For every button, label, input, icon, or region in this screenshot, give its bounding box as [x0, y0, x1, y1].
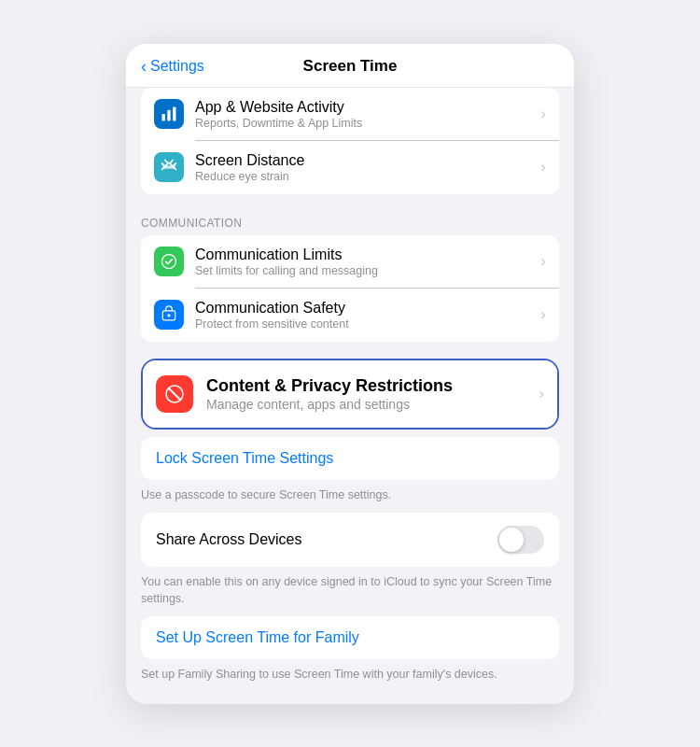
communication-limits-icon: [154, 247, 184, 276]
back-label: Settings: [150, 58, 204, 75]
communication-limits-title: Communication Limits: [195, 247, 535, 263]
screen-distance-title: Screen Distance: [195, 152, 535, 169]
back-button[interactable]: ‹ Settings: [141, 58, 204, 75]
toggle-knob: [499, 528, 524, 552]
app-activity-item[interactable]: App & Website Activity Reports, Downtime…: [141, 88, 559, 141]
content-privacy-chevron: ›: [539, 385, 544, 403]
content-privacy-subtitle: Manage content, apps and settings: [206, 397, 533, 412]
chevron-left-icon: ‹: [141, 58, 147, 75]
communication-safety-title: Communication Safety: [195, 300, 535, 317]
nav-bar: ‹ Settings Screen Time: [126, 44, 574, 88]
screen-distance-text: Screen Distance Reduce eye strain: [195, 152, 535, 183]
top-section: App & Website Activity Reports, Downtime…: [126, 88, 574, 353]
setup-family-label: Set Up Screen Time for Family: [156, 629, 359, 646]
communication-limits-chevron: ›: [540, 252, 546, 271]
svg-rect-2: [173, 107, 175, 121]
communication-safety-icon: [154, 300, 184, 330]
screen-distance-icon: [154, 152, 184, 182]
screen-distance-chevron: ›: [540, 158, 546, 176]
share-devices-desc: You can enable this on any device signed…: [126, 571, 574, 616]
communication-limits-subtitle: Set limits for calling and messaging: [195, 264, 535, 277]
svg-line-9: [169, 388, 180, 400]
communication-safety-text: Communication Safety Protect from sensit…: [195, 300, 535, 331]
share-devices-row: Share Across Devices: [141, 513, 559, 567]
lock-screen-time-label: Lock Screen Time Settings: [156, 450, 333, 467]
app-activity-subtitle: Reports, Downtime & App Limits: [195, 117, 535, 130]
setup-family-item[interactable]: Set Up Screen Time for Family: [141, 616, 559, 659]
svg-rect-1: [167, 110, 170, 121]
screen-distance-item[interactable]: Screen Distance Reduce eye strain ›: [141, 141, 559, 194]
top-list-group: App & Website Activity Reports, Downtime…: [141, 88, 559, 194]
content-privacy-icon: [156, 375, 193, 413]
communication-safety-subtitle: Protect from sensitive content: [195, 317, 535, 331]
content-privacy-highlighted[interactable]: Content & Privacy Restrictions Manage co…: [141, 359, 559, 430]
communication-limits-text: Communication Limits Set limits for call…: [195, 247, 535, 277]
communication-section-label: COMMUNICATION: [126, 202, 574, 235]
share-devices-label: Share Across Devices: [156, 531, 497, 548]
svg-point-7: [167, 314, 170, 317]
screen-distance-subtitle: Reduce eye strain: [195, 170, 535, 183]
page-title: Screen Time: [303, 57, 398, 76]
app-activity-text: App & Website Activity Reports, Downtime…: [195, 99, 535, 130]
bottom-section: Lock Screen Time Settings Use a passcode…: [126, 437, 574, 704]
svg-point-5: [162, 255, 176, 269]
app-activity-icon: [154, 99, 184, 129]
app-activity-title: App & Website Activity: [195, 99, 535, 116]
communication-list-group: Communication Limits Set limits for call…: [141, 235, 559, 342]
communication-safety-item[interactable]: Communication Safety Protect from sensit…: [141, 289, 559, 342]
communication-limits-item[interactable]: Communication Limits Set limits for call…: [141, 235, 559, 289]
share-devices-toggle[interactable]: [497, 526, 544, 554]
content-privacy-item[interactable]: Content & Privacy Restrictions Manage co…: [143, 360, 557, 428]
communication-safety-chevron: ›: [540, 305, 546, 324]
family-desc: Set up Family Sharing to use Screen Time…: [126, 663, 574, 693]
content-privacy-text: Content & Privacy Restrictions Manage co…: [206, 376, 533, 412]
lock-screen-desc: Use a passcode to secure Screen Time set…: [126, 484, 574, 514]
content-privacy-title: Content & Privacy Restrictions: [206, 376, 533, 396]
svg-rect-0: [162, 114, 165, 121]
app-activity-chevron: ›: [540, 105, 546, 123]
lock-screen-time-item[interactable]: Lock Screen Time Settings: [141, 437, 559, 480]
phone-card: ‹ Settings Screen Time App & Website Act…: [126, 44, 574, 704]
